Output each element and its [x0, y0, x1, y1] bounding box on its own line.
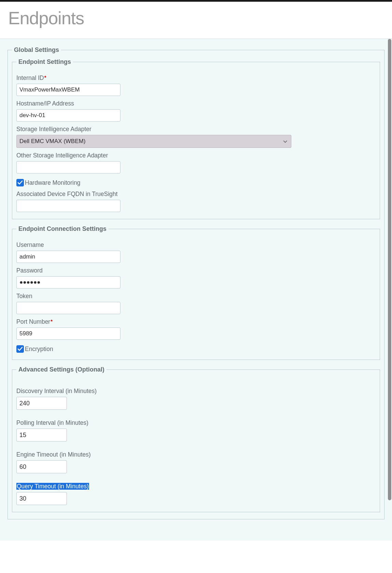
required-asterisk: * — [50, 318, 53, 324]
polling-interval-input[interactable] — [17, 429, 67, 441]
engine-timeout-stepper — [16, 460, 67, 473]
page-header: Endpoints — [0, 2, 392, 39]
hostname-row: Hostname/IP Address — [16, 100, 376, 122]
username-label: Username — [16, 241, 376, 249]
connection-settings-legend: Endpoint Connection Settings — [16, 225, 108, 233]
port-input[interactable] — [16, 327, 120, 340]
hostname-label: Hostname/IP Address — [16, 100, 376, 107]
query-timeout-stepper — [16, 492, 67, 505]
discovery-interval-row: Discovery Interval (in Minutes) — [16, 388, 376, 410]
discovery-interval-input[interactable] — [17, 397, 67, 409]
content-wrap: Global Settings Endpoint Settings Intern… — [0, 39, 392, 541]
token-input[interactable] — [16, 302, 120, 314]
encryption-checkbox[interactable] — [16, 345, 24, 353]
internal-id-row: Internal ID* — [16, 74, 376, 96]
endpoint-settings-fieldset: Endpoint Settings Internal ID* Hostname/… — [12, 58, 380, 219]
advanced-settings-legend: Advanced Settings (Optional) — [16, 366, 106, 373]
check-icon — [17, 347, 23, 351]
discovery-interval-label: Discovery Interval (in Minutes) — [16, 388, 376, 395]
hardware-monitoring-row: Hardware Monitoring — [16, 179, 376, 186]
advanced-settings-fieldset: Advanced Settings (Optional) Discovery I… — [12, 366, 380, 512]
hostname-input[interactable] — [16, 109, 120, 122]
page-title: Endpoints — [8, 8, 384, 28]
engine-timeout-label: Engine Timeout (in Minutes) — [16, 451, 376, 458]
username-row: Username — [16, 241, 376, 263]
password-label: Password — [16, 267, 376, 274]
engine-timeout-input[interactable] — [17, 461, 67, 473]
other-adapter-row: Other Storage Intelligence Adapter — [16, 152, 376, 173]
other-adapter-label: Other Storage Intelligence Adapter — [16, 152, 376, 159]
global-settings-fieldset: Global Settings Endpoint Settings Intern… — [8, 46, 384, 519]
port-label-text: Port Number — [16, 318, 50, 325]
required-asterisk: * — [44, 74, 46, 80]
polling-interval-row: Polling Interval (in Minutes) — [16, 419, 376, 442]
adapter-label: Storage Intelligence Adapter — [16, 126, 376, 133]
password-input[interactable] — [16, 276, 120, 289]
query-timeout-label-text: Query Timeout (in Minutes) — [16, 483, 89, 490]
polling-interval-label: Polling Interval (in Minutes) — [16, 419, 376, 427]
internal-id-label-text: Internal ID — [16, 74, 44, 81]
query-timeout-input[interactable] — [17, 492, 67, 505]
password-row: Password — [16, 267, 376, 289]
check-icon — [17, 180, 23, 185]
scrollbar-thumb[interactable] — [388, 39, 391, 500]
engine-timeout-row: Engine Timeout (in Minutes) — [16, 451, 376, 473]
adapter-select-value: Dell EMC VMAX (WBEM) — [16, 135, 291, 148]
scrollbar-track[interactable] — [388, 39, 391, 541]
query-timeout-row: Query Timeout (in Minutes) — [16, 483, 376, 505]
port-label: Port Number* — [16, 318, 376, 325]
associated-device-input[interactable] — [16, 200, 120, 212]
connection-settings-fieldset: Endpoint Connection Settings Username Pa… — [12, 225, 380, 360]
global-settings-legend: Global Settings — [12, 46, 61, 54]
token-row: Token — [16, 293, 376, 314]
adapter-row: Storage Intelligence Adapter Dell EMC VM… — [16, 126, 376, 148]
token-label: Token — [16, 293, 376, 300]
associated-device-label: Associated Device FQDN in TrueSight — [16, 191, 376, 198]
endpoint-settings-legend: Endpoint Settings — [16, 58, 73, 66]
port-row: Port Number* — [16, 318, 376, 340]
discovery-interval-stepper — [16, 397, 67, 410]
other-adapter-input[interactable] — [16, 161, 120, 173]
adapter-select[interactable]: Dell EMC VMAX (WBEM) — [16, 135, 291, 148]
encryption-row: Encryption — [16, 345, 376, 353]
query-timeout-label: Query Timeout (in Minutes) — [16, 483, 376, 490]
encryption-label: Encryption — [25, 346, 53, 353]
internal-id-input[interactable] — [16, 84, 120, 96]
associated-device-row: Associated Device FQDN in TrueSight — [16, 191, 376, 212]
internal-id-label: Internal ID* — [16, 74, 376, 82]
hardware-monitoring-checkbox[interactable] — [16, 179, 24, 186]
hardware-monitoring-label: Hardware Monitoring — [25, 179, 80, 186]
username-input[interactable] — [16, 251, 120, 263]
polling-interval-stepper — [16, 429, 67, 442]
